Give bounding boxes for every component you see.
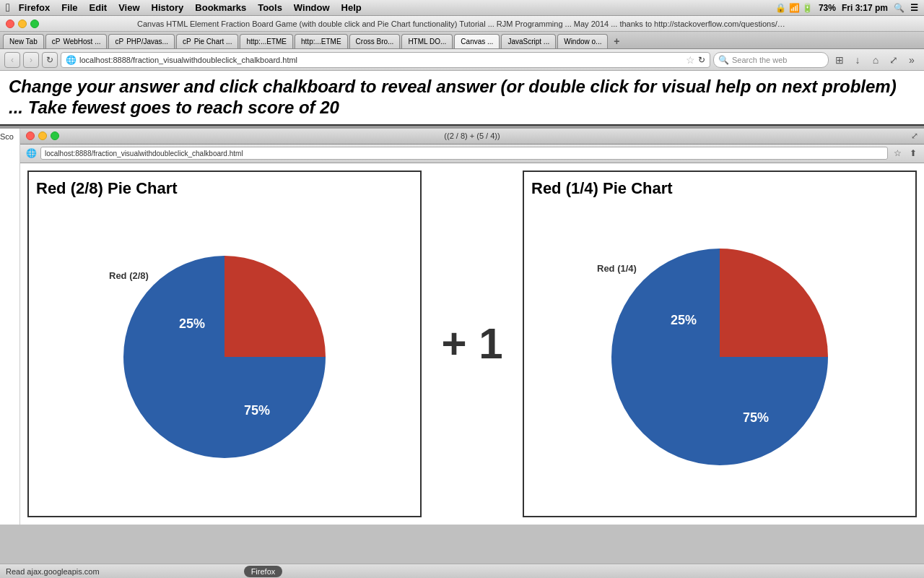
tab-label-etme1: http:...ETME <box>246 38 287 46</box>
menu-view[interactable]: View <box>118 2 139 13</box>
left-pie-chart[interactable]: 25% 75% <box>123 256 326 458</box>
menu-bar-items: Firefox File Edit View History Bookmarks… <box>19 2 362 13</box>
menu-edit[interactable]: Edit <box>90 2 108 13</box>
tab-etme2[interactable]: http:...ETME <box>295 34 348 48</box>
inner-nav-bar: 🌐 localhost:8888/fraction_visualwithdoub… <box>20 144 924 163</box>
back-button[interactable]: ‹ <box>4 52 20 68</box>
inner-close-button[interactable] <box>26 131 35 140</box>
reload-button[interactable]: ↻ <box>42 52 58 68</box>
right-pie-wrapper: Red (1/4) 25% 75% <box>611 249 828 465</box>
inner-address-bar[interactable]: localhost:8888/fraction_visualwithdouble… <box>40 147 888 160</box>
right-chart-title: Red (1/4) Pie Chart <box>531 179 908 198</box>
tab-label-window: Window o... <box>564 38 601 46</box>
inner-window: ((2 / 8) + (5 / 4)) ⤢ 🌐 localhost:8888/f… <box>20 129 924 525</box>
os-time: Fri 3:17 pm <box>842 3 888 13</box>
page-header: Change your answer and click chalkboard … <box>0 71 924 126</box>
nav-bar: ‹ › ↻ 🌐 localhost:8888/fraction_visualwi… <box>0 49 924 71</box>
os-search-icon[interactable]: 🔍 <box>894 3 905 13</box>
left-blue-percent-label: 75% <box>244 403 270 418</box>
page-heading: Change your answer and click chalkboard … <box>9 77 915 118</box>
status-text: Read ajax.googleapis.com <box>6 567 100 576</box>
right-red-percent-label: 25% <box>671 313 697 327</box>
bookmark-star[interactable]: ☆ <box>686 54 695 66</box>
menu-file[interactable]: File <box>61 2 77 13</box>
red-slice-left <box>225 256 326 357</box>
address-text: localhost:8888/fraction_visualwithdouble… <box>79 56 297 64</box>
menu-history[interactable]: History <box>152 2 184 13</box>
taskbar-firefox-label[interactable]: Firefox <box>244 566 283 577</box>
tab-label-cross: Cross Bro... <box>356 38 394 46</box>
menu-window[interactable]: Window <box>294 2 330 13</box>
bookmark-icon[interactable]: ⊞ <box>832 52 847 68</box>
tab-label-canvas: Canvas ... <box>461 38 493 46</box>
tab-htmldo[interactable]: HTML DO... <box>401 34 453 48</box>
tab-cross[interactable]: Cross Bro... <box>349 34 401 48</box>
inner-window-title: ((2 / 8) + (5 / 4)) <box>444 131 500 140</box>
os-battery: 73% <box>819 3 836 13</box>
address-bar[interactable]: 🌐 localhost:8888/fraction_visualwithdoub… <box>61 52 710 68</box>
score-panel: Sco <box>0 129 20 525</box>
tab-piechart[interactable]: cP Pie Chart ... <box>176 34 238 48</box>
tab-new-tab[interactable]: New Tab <box>3 34 44 48</box>
left-chart-title: Red (2/8) Pie Chart <box>36 179 413 198</box>
status-bar: Read ajax.googleapis.com Firefox <box>0 564 924 578</box>
forward-button[interactable]: › <box>23 52 39 68</box>
tab-window[interactable]: Window o... <box>557 34 608 48</box>
home-icon[interactable]: ⌂ <box>868 52 884 68</box>
menu-firefox[interactable]: Firefox <box>19 2 50 13</box>
left-chart-legend-label: Red (2/8) <box>109 270 149 281</box>
os-menu-bar:  Firefox File Edit View History Bookmar… <box>0 0 924 16</box>
inner-minimize-button[interactable] <box>38 131 47 140</box>
right-chart-legend-label: Red (1/4) <box>597 263 637 274</box>
nav-action-icons: ⊞ ↓ ⌂ ⤢ » <box>832 52 920 68</box>
inner-favicon: 🌐 <box>25 148 38 158</box>
inner-fullscreen-icon[interactable]: ⤢ <box>911 131 918 141</box>
menu-help[interactable]: Help <box>341 2 362 13</box>
inner-address-text: localhost:8888/fraction_visualwithdouble… <box>45 150 243 158</box>
tab-bar: New Tab cP WebHost ... cP PHP/Javas... c… <box>0 32 924 49</box>
left-pie-wrapper: Red (2/8) 25% 75% <box>123 256 326 458</box>
right-chart-container: Red (1/4) 25% 75% <box>531 205 908 509</box>
search-icon: 🔍 <box>718 55 729 65</box>
inner-window-controls <box>26 131 59 140</box>
fullscreen-icon[interactable]: ⤢ <box>886 52 902 68</box>
inner-expand-button[interactable] <box>51 131 59 140</box>
refresh-icon[interactable]: ↻ <box>698 55 705 65</box>
left-chart-container: Red (2/8) 25% 75% <box>36 205 413 509</box>
right-blue-percent-label: 75% <box>743 410 769 425</box>
download-icon[interactable]: ↓ <box>850 52 866 68</box>
right-chart-panel: Red (1/4) Pie Chart Red (1/4) 2 <box>523 171 917 517</box>
favicon-globe: 🌐 <box>66 55 77 65</box>
tab-etme1[interactable]: http:...ETME <box>240 34 293 48</box>
minimize-button[interactable] <box>18 20 27 28</box>
tab-php[interactable]: cP PHP/Javas... <box>108 34 174 48</box>
browser-title-bar: Canvas HTML Element Fraction Board Game … <box>0 16 924 32</box>
tab-javascript[interactable]: JavaScript ... <box>501 34 556 48</box>
os-menu-icon[interactable]: ☰ <box>910 3 918 13</box>
close-button[interactable] <box>6 20 14 28</box>
right-pie-chart[interactable]: 25% 75% <box>611 249 828 465</box>
apple-icon[interactable]:  <box>6 1 10 14</box>
tab-label-php: PHP/Javas... <box>126 38 168 46</box>
tab-webhost[interactable]: cP WebHost ... <box>45 34 108 48</box>
window-controls <box>6 20 39 28</box>
left-chart-panel: Red (2/8) Pie Chart Red (2/8) <box>27 171 422 517</box>
tab-label-webhost: WebHost ... <box>63 38 100 46</box>
inner-browser-area: Sco ((2 / 8) + (5 / 4)) ⤢ 🌐 localhost:88… <box>0 126 924 525</box>
tab-canvas[interactable]: Canvas ... <box>454 34 500 48</box>
title-bar-text: Canvas HTML Element Fraction Board Game … <box>137 20 787 28</box>
charts-area: Red (2/8) Pie Chart Red (2/8) <box>20 163 924 525</box>
inner-title-bar: ((2 / 8) + (5 / 4)) ⤢ <box>20 129 924 144</box>
menu-bookmarks[interactable]: Bookmarks <box>195 2 246 13</box>
new-tab-button[interactable]: + <box>609 34 624 48</box>
inner-share-icon[interactable]: ⬆ <box>907 148 920 158</box>
menu-extra-icon[interactable]: » <box>904 52 920 68</box>
os-icons: 🔒 📶 🔋 <box>775 3 813 13</box>
menu-tools[interactable]: Tools <box>258 2 282 13</box>
tab-label-htmldo: HTML DO... <box>408 38 446 46</box>
inner-star-icon[interactable]: ☆ <box>891 148 904 158</box>
operator-section: + 1 <box>429 163 515 525</box>
maximize-button[interactable] <box>30 20 39 28</box>
search-placeholder: Search the web <box>732 56 787 64</box>
search-bar[interactable]: 🔍 Search the web <box>713 52 829 68</box>
